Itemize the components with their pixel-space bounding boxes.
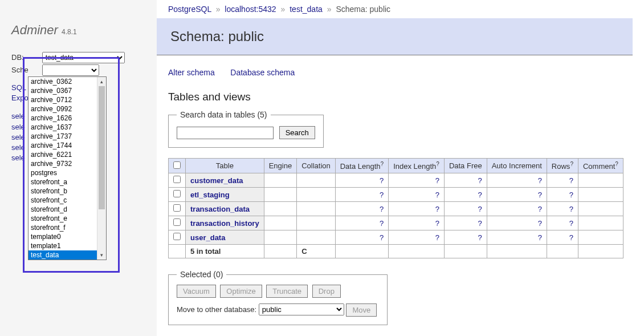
auto-increment-link[interactable]: ? (538, 176, 542, 185)
db-dropdown-item[interactable]: archive_0992 (28, 104, 97, 114)
rows-link[interactable]: ? (569, 191, 573, 199)
col-index-length[interactable]: Index Length? (393, 162, 439, 171)
data-length-link[interactable]: ? (380, 176, 384, 185)
index-length-link[interactable]: ? (435, 191, 439, 199)
scroll-track[interactable] (97, 86, 106, 250)
col-engine[interactable]: Engine (269, 161, 292, 170)
db-select[interactable]: test_data (42, 52, 125, 63)
auto-increment-link[interactable]: ? (538, 191, 542, 199)
database-schema-link[interactable]: Database schema (230, 68, 295, 77)
db-dropdown-item[interactable]: storefront_b (28, 187, 97, 196)
col-data-free[interactable]: Data Free (449, 161, 482, 170)
db-dropdown-item[interactable]: archive_0362 (28, 77, 97, 86)
col-table[interactable]: Table (216, 161, 234, 170)
db-dropdown-item[interactable]: archive_1737 (28, 132, 97, 141)
breadcrumb-item[interactable]: PostgreSQL (168, 5, 211, 14)
col-auto-increment[interactable]: Auto Increment (492, 161, 542, 170)
row-checkbox[interactable] (173, 190, 181, 197)
col-rows[interactable]: Rows? (552, 162, 573, 171)
db-dropdown-item[interactable]: archive_9732 (28, 159, 97, 168)
selected-fieldset: Selected (0) Vacuum Optimize Truncate Dr… (168, 270, 388, 325)
row-checkbox[interactable] (173, 233, 181, 240)
truncate-button[interactable]: Truncate (266, 285, 308, 298)
move-button[interactable]: Move (346, 303, 377, 317)
db-dropdown-item[interactable]: storefront_c (28, 196, 97, 205)
page-title-bar: Schema: public (157, 18, 633, 55)
col-collation[interactable]: Collation (301, 161, 331, 170)
data-free-link[interactable]: ? (478, 191, 482, 199)
data-free-link[interactable]: ? (478, 176, 482, 185)
footer-collation: C (297, 245, 336, 258)
db-dropdown-open[interactable]: archive_0362archive_0367archive_0712arch… (28, 76, 107, 260)
db-dropdown-item[interactable]: archive_6221 (28, 150, 97, 159)
table-name-link[interactable]: customer_data (190, 176, 243, 185)
rows-link[interactable]: ? (569, 176, 573, 185)
row-checkbox[interactable] (173, 218, 181, 226)
index-length-link[interactable]: ? (435, 176, 439, 185)
table-name-link[interactable]: user_data (190, 233, 225, 242)
db-dropdown-item[interactable]: template0 (28, 232, 97, 241)
col-data-length[interactable]: Data Length? (340, 162, 384, 171)
data-free-link[interactable]: ? (478, 205, 482, 213)
col-comment[interactable]: Comment? (583, 162, 618, 171)
tables-table: Table Engine Collation Data Length? Inde… (168, 158, 623, 258)
drop-button[interactable]: Drop (312, 285, 341, 298)
action-links: Alter schema Database schema (168, 68, 633, 77)
logo-name: Adminer (11, 23, 58, 37)
db-dropdown-item[interactable]: postgres (28, 168, 97, 177)
index-length-link[interactable]: ? (435, 205, 439, 213)
index-length-link[interactable]: ? (435, 219, 439, 228)
auto-increment-link[interactable]: ? (538, 233, 542, 242)
scrollbar[interactable]: ▴ ▾ (97, 77, 106, 260)
sidebar: Adminer 4.8.1 DB: test_data Sche SQL Exp… (0, 0, 157, 336)
optimize-button[interactable]: Optimize (220, 285, 262, 298)
table-name-link[interactable]: transaction_history (190, 219, 259, 228)
row-checkbox[interactable] (173, 204, 181, 212)
scroll-thumb[interactable] (99, 86, 105, 209)
db-dropdown-item[interactable]: storefront_a (28, 177, 97, 187)
scroll-down-icon[interactable]: ▾ (97, 250, 106, 260)
data-length-link[interactable]: ? (380, 219, 384, 228)
data-length-link[interactable]: ? (380, 205, 384, 213)
selected-legend: Selected (0) (177, 270, 226, 279)
data-length-link[interactable]: ? (380, 191, 384, 199)
breadcrumb: PostgreSQL » localhost:5432 » test_data … (157, 0, 633, 18)
db-dropdown-item[interactable]: archive_1744 (28, 141, 97, 150)
auto-increment-link[interactable]: ? (538, 219, 542, 228)
vacuum-button[interactable]: Vacuum (177, 285, 216, 298)
search-legend: Search data in tables (5) (177, 110, 271, 119)
breadcrumb-item[interactable]: localhost:5432 (225, 5, 276, 14)
breadcrumb-item[interactable]: test_data (290, 5, 323, 14)
search-button[interactable]: Search (279, 126, 315, 139)
auto-increment-link[interactable]: ? (538, 205, 542, 213)
db-dropdown-item[interactable]: template1 (28, 241, 97, 250)
data-free-link[interactable]: ? (478, 233, 482, 242)
db-dropdown-item[interactable]: archive_1626 (28, 114, 97, 123)
table-name-link[interactable]: etl_staging (190, 191, 230, 199)
schema-select[interactable] (42, 64, 99, 76)
select-all-checkbox[interactable] (173, 161, 181, 169)
move-label: Move to other database: (177, 305, 256, 314)
db-dropdown-item[interactable]: archive_1637 (28, 123, 97, 132)
index-length-link[interactable]: ? (435, 233, 439, 242)
page-title: Schema: public (170, 29, 619, 44)
data-length-link[interactable]: ? (380, 233, 384, 242)
rows-link[interactable]: ? (569, 233, 573, 242)
schema-label: Sche (11, 66, 40, 74)
db-dropdown-item[interactable]: storefront_d (28, 205, 97, 214)
main-content: PostgreSQL » localhost:5432 » test_data … (157, 0, 644, 336)
table-name-link[interactable]: transaction_data (190, 205, 250, 213)
row-checkbox[interactable] (173, 176, 181, 183)
scroll-up-icon[interactable]: ▴ (97, 77, 106, 86)
db-dropdown-item[interactable]: storefront_f (28, 223, 97, 232)
move-db-select[interactable]: public (259, 303, 344, 315)
db-dropdown-item[interactable]: archive_0367 (28, 86, 97, 95)
db-dropdown-item[interactable]: test_data (28, 250, 97, 260)
rows-link[interactable]: ? (569, 219, 573, 228)
search-input[interactable] (177, 127, 274, 139)
alter-schema-link[interactable]: Alter schema (168, 68, 215, 77)
db-dropdown-item[interactable]: storefront_e (28, 214, 97, 223)
rows-link[interactable]: ? (569, 205, 573, 213)
db-dropdown-item[interactable]: archive_0712 (28, 95, 97, 104)
data-free-link[interactable]: ? (478, 219, 482, 228)
